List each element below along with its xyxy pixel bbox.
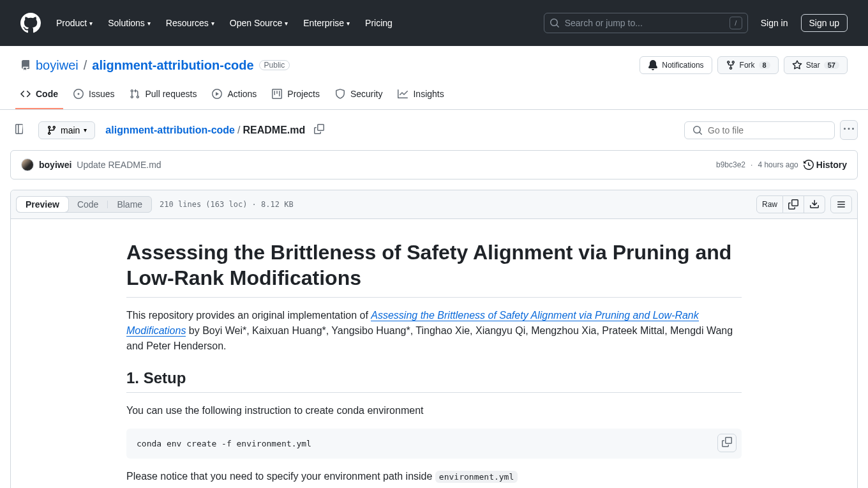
code-block: conda env create -f environment.yml — [126, 429, 742, 459]
setup-heading: 1. Setup — [126, 369, 742, 393]
copy-code-button[interactable] — [717, 434, 737, 452]
chevron-down-icon: ▾ — [285, 20, 288, 27]
notifications-button[interactable]: Notifications — [640, 56, 712, 74]
tab-actions[interactable]: Actions — [207, 79, 262, 109]
chevron-down-icon: ▾ — [84, 126, 87, 133]
chevron-down-icon: ▾ — [147, 20, 151, 27]
history-link[interactable]: History — [804, 160, 847, 170]
go-to-file-field[interactable] — [708, 125, 827, 135]
commit-time: 4 hours ago — [758, 160, 798, 169]
fork-icon — [726, 60, 736, 70]
code-tab[interactable]: Code — [68, 197, 107, 212]
nav-open-source[interactable]: Open Source▾ — [225, 13, 294, 33]
setup-text: You can use the following instruction to… — [126, 403, 742, 418]
tab-code[interactable]: Code — [15, 79, 63, 109]
copy-path-button[interactable] — [310, 120, 328, 140]
visibility-badge: Public — [259, 60, 290, 70]
repo-header: boyiwei / alignment-attribution-code Pub… — [0, 46, 868, 79]
setup-note: Please notice that you need to specify y… — [126, 469, 742, 484]
sidebar-toggle-button[interactable] — [10, 120, 28, 140]
file-info: 210 lines (163 loc) · 8.12 KB — [160, 200, 294, 209]
history-icon — [804, 160, 814, 170]
nav-resources[interactable]: Resources▾ — [161, 13, 220, 33]
repo-tabs: Code Issues Pull requests Actions Projec… — [0, 79, 868, 110]
sign-in-link[interactable]: Sign in — [756, 15, 793, 31]
breadcrumb: alignment-attribution-code / README.md — [105, 120, 328, 140]
go-to-file-input[interactable] — [684, 121, 835, 139]
commit-message-link[interactable]: Update README.md — [77, 160, 161, 170]
download-raw-button[interactable] — [804, 195, 825, 213]
nav-solutions[interactable]: Solutions▾ — [103, 13, 156, 33]
tab-pull-requests[interactable]: Pull requests — [124, 79, 202, 109]
readme-heading: Assessing the Brittleness of Safety Alig… — [126, 240, 742, 298]
search-placeholder: Search or jump to... — [565, 18, 724, 28]
star-count: 57 — [824, 61, 839, 69]
tab-issues[interactable]: Issues — [68, 79, 119, 109]
repo-title: boyiwei / alignment-attribution-code Pub… — [36, 58, 290, 73]
fork-button[interactable]: Fork 8 — [717, 56, 779, 74]
breadcrumb-root[interactable]: alignment-attribution-code — [105, 125, 235, 136]
commit-sha[interactable]: b9bc3e2 — [716, 160, 745, 169]
branch-select-button[interactable]: main ▾ — [38, 121, 95, 139]
file-nav: main ▾ alignment-attribution-code / READ… — [10, 120, 858, 150]
repo-name-link[interactable]: alignment-attribution-code — [92, 58, 253, 73]
github-logo-icon[interactable] — [20, 13, 41, 33]
sign-up-button[interactable]: Sign up — [801, 14, 848, 32]
chevron-down-icon: ▾ — [347, 20, 350, 27]
outline-button[interactable] — [830, 195, 852, 213]
bell-icon — [648, 60, 658, 70]
global-nav: Product▾ Solutions▾ Resources▾ Open Sour… — [51, 13, 398, 33]
search-icon — [692, 125, 703, 135]
repo-icon — [20, 60, 31, 70]
tab-projects[interactable]: Projects — [267, 79, 325, 109]
global-search[interactable]: Search or jump to... / — [544, 13, 748, 33]
chevron-down-icon: ▾ — [89, 20, 93, 27]
path-separator: / — [84, 58, 87, 73]
preview-tab[interactable]: Preview — [17, 197, 68, 212]
copy-raw-button[interactable] — [783, 195, 804, 213]
search-icon — [550, 18, 560, 28]
slash-key-hint: / — [730, 17, 742, 29]
breadcrumb-file: README.md — [243, 125, 305, 136]
fork-count: 8 — [759, 61, 770, 69]
nav-pricing[interactable]: Pricing — [360, 13, 398, 33]
repo-owner-link[interactable]: boyiwei — [36, 58, 79, 73]
latest-commit-bar: boyiwei Update README.md b9bc3e2 · 4 hou… — [10, 150, 858, 179]
tab-security[interactable]: Security — [330, 79, 388, 109]
readme-intro: This repository provides an original imp… — [126, 308, 742, 354]
blame-tab[interactable]: Blame — [108, 197, 151, 212]
star-button[interactable]: Star 57 — [784, 56, 848, 74]
global-header: Product▾ Solutions▾ Resources▾ Open Sour… — [0, 0, 868, 46]
tab-insights[interactable]: Insights — [393, 79, 449, 109]
file-toolbar: Preview Code Blame 210 lines (163 loc) ·… — [11, 190, 857, 219]
more-options-button[interactable] — [840, 120, 858, 140]
raw-button[interactable]: Raw — [756, 195, 783, 213]
nav-product[interactable]: Product▾ — [51, 13, 98, 33]
view-mode-segment: Preview Code Blame — [16, 196, 152, 213]
inline-code: environment.yml — [435, 471, 518, 483]
readme-content: Assessing the Brittleness of Safety Alig… — [96, 219, 772, 488]
star-icon — [792, 60, 802, 70]
branch-icon — [47, 125, 57, 135]
commit-author[interactable]: boyiwei — [39, 160, 71, 170]
chevron-down-icon: ▾ — [211, 20, 214, 27]
nav-enterprise[interactable]: Enterprise▾ — [298, 13, 355, 33]
file-box: Preview Code Blame 210 lines (163 loc) ·… — [10, 190, 858, 488]
author-avatar[interactable] — [21, 158, 34, 171]
